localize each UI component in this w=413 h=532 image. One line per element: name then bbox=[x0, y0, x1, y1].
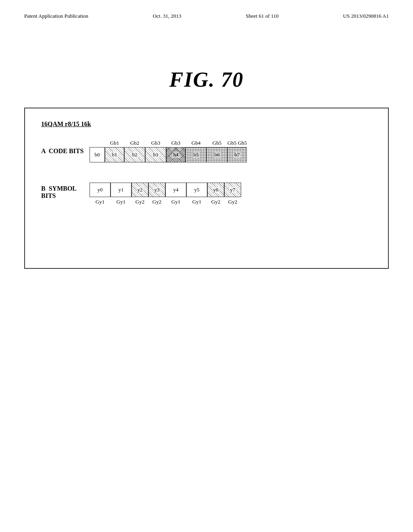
cell-y5: y5 bbox=[186, 183, 207, 197]
code-bits-row: b0 b1 b2 b3 b4 b5 b6 bbox=[90, 147, 372, 162]
cell-y1: y1 bbox=[111, 183, 131, 197]
cell-y7: y7 bbox=[224, 183, 241, 197]
cell-b0: b0 bbox=[90, 147, 105, 162]
figure-title: FIG. 70 bbox=[0, 68, 413, 91]
cell-y6: y6 bbox=[207, 183, 224, 197]
page-header: Patent Application Publication Oct. 31, … bbox=[0, 0, 413, 19]
cell-b6: b6 bbox=[206, 147, 227, 162]
gy-labels-row: Gy1 Gy1 Gy2 Gy2 Gy1 Gy1 Gy2 Gy2 bbox=[90, 199, 372, 205]
gy-label-5: Gy1 bbox=[186, 199, 207, 205]
sheet-info: Sheet 61 of 110 bbox=[246, 13, 278, 19]
col-header-gb3a: Gb2 bbox=[124, 140, 145, 146]
cell-y3: y3 bbox=[148, 183, 165, 197]
symbol-bits-wrapper: y0 y1 y2 y3 y4 y5 y6 y7 Gy1 bbox=[90, 183, 372, 205]
cell-y2: y2 bbox=[131, 183, 148, 197]
qam-label: 16QAM r8/15 16k bbox=[41, 121, 372, 128]
symbol-row: y0 y1 y2 y3 y4 y5 y6 y7 bbox=[90, 183, 372, 197]
section-a: A CODE BITS Gb1 Gb2 Gb3 Gb3 Gb4 Gb5 Gb5 … bbox=[41, 140, 372, 162]
gy-label-7: Gy2 bbox=[224, 199, 241, 205]
cell-b7: b7 bbox=[227, 147, 247, 162]
patent-number: US 2013/0290816 A1 bbox=[343, 13, 389, 19]
code-bits-diagram: Gb1 Gb2 Gb3 Gb3 Gb4 Gb5 Gb5 Gb5 b0 b1 b2… bbox=[90, 140, 372, 162]
col-header-gb1 bbox=[90, 140, 105, 146]
col-header-gb3b: Gb3 bbox=[145, 140, 166, 146]
section-a-label: A CODE BITS bbox=[41, 148, 90, 155]
cell-b2: b2 bbox=[124, 147, 145, 162]
gy-label-1: Gy1 bbox=[111, 199, 131, 205]
col-headers: Gb1 Gb2 Gb3 Gb3 Gb4 Gb5 Gb5 Gb5 bbox=[90, 140, 372, 146]
col-header-gb2: Gb1 bbox=[105, 140, 124, 146]
col-header-gb5b: Gb5 bbox=[206, 140, 227, 146]
publication-date: Oct. 31, 2013 bbox=[153, 13, 181, 19]
gy-label-3: Gy2 bbox=[148, 199, 165, 205]
col-header-gb5a: Gb4 bbox=[186, 140, 206, 146]
publication-label: Patent Application Publication bbox=[24, 13, 88, 19]
cell-b4: b4 bbox=[166, 147, 186, 162]
cell-b3: b3 bbox=[145, 147, 166, 162]
section-b: B SYMBOL BITS y0 y1 y2 y3 y4 y5 y6 y7 bbox=[41, 183, 372, 205]
cell-b1: b1 bbox=[105, 147, 124, 162]
gy-label-4: Gy1 bbox=[165, 199, 186, 205]
col-header-gb5c: Gb5 Gb5 bbox=[227, 140, 247, 146]
cell-b5: b5 bbox=[186, 147, 206, 162]
gy-label-0: Gy1 bbox=[90, 199, 111, 205]
col-header-gb4: Gb3 bbox=[166, 140, 186, 146]
gy-label-2: Gy2 bbox=[131, 199, 148, 205]
cell-y4: y4 bbox=[165, 183, 186, 197]
gy-label-6: Gy2 bbox=[207, 199, 224, 205]
section-b-label: B SYMBOL BITS bbox=[41, 183, 90, 200]
cell-y0: y0 bbox=[90, 183, 111, 197]
diagram-container: 16QAM r8/15 16k A CODE BITS Gb1 Gb2 Gb3 … bbox=[24, 108, 389, 269]
